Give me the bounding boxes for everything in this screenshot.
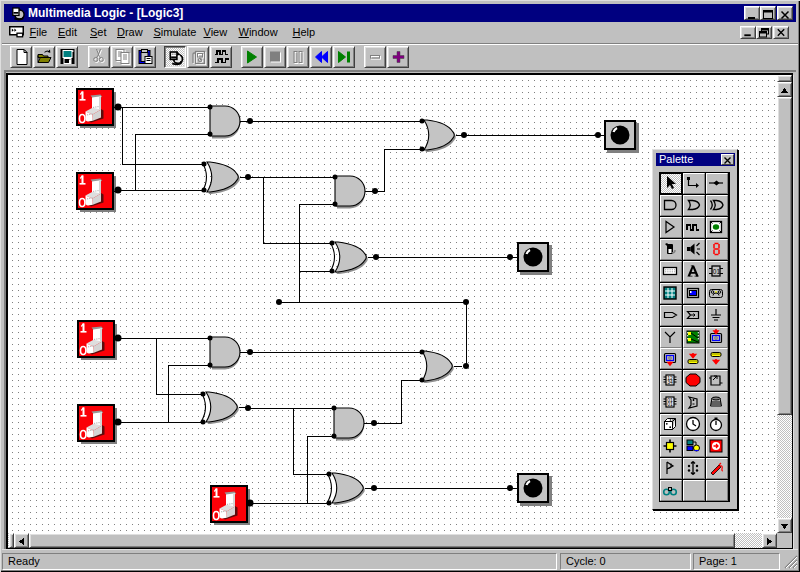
svg-text:01: 01 [713,267,721,274]
svg-text:01: 01 [667,401,673,407]
svg-text:34: 34 [667,380,673,386]
